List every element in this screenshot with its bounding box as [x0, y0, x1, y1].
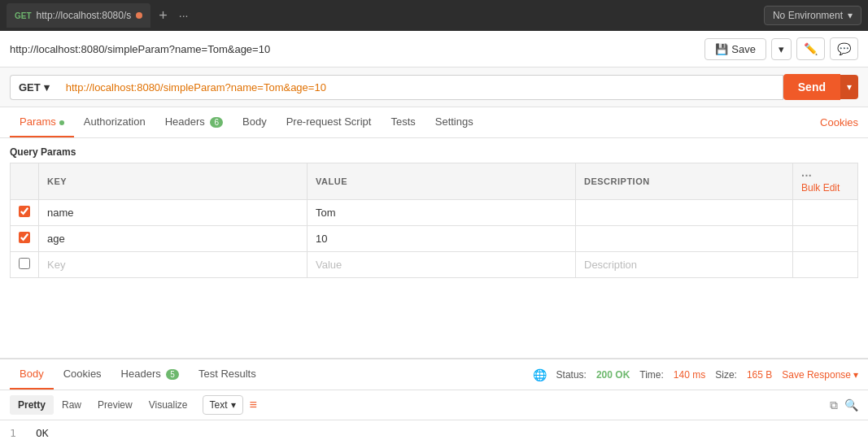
response-meta: 🌐 Status: 200 OK Time: 140 ms Size: 165 …	[533, 368, 858, 381]
comment-icon: 💬	[837, 42, 851, 55]
row1-checkbox-cell	[11, 200, 39, 226]
request-tab[interactable]: GET http://localhost:8080/s	[7, 3, 150, 28]
method-select[interactable]: GET ▾	[10, 75, 58, 100]
new-row-value-cell[interactable]: Value	[308, 252, 576, 278]
tab-params[interactable]: Params	[10, 107, 74, 137]
row2-key[interactable]: age	[39, 226, 308, 252]
row2-value[interactable]: 10	[308, 226, 576, 252]
fmt-tab-pretty[interactable]: Pretty	[10, 395, 54, 415]
fmt-tab-preview[interactable]: Preview	[89, 395, 141, 415]
new-row-checkbox-cell	[11, 252, 39, 278]
row2-actions	[793, 226, 858, 252]
address-actions: 💾 Save ▾ ✏️ 💬	[704, 37, 858, 60]
tab-headers[interactable]: Headers 6	[155, 107, 233, 137]
tab-authorization[interactable]: Authorization	[74, 107, 155, 137]
edit-icon-button[interactable]: ✏️	[796, 37, 825, 60]
save-icon: 💾	[715, 43, 728, 55]
row2-description[interactable]	[576, 226, 793, 252]
cookies-link[interactable]: Cookies	[820, 116, 858, 128]
save-button[interactable]: 💾 Save	[704, 38, 766, 60]
status-label: Status:	[556, 369, 587, 381]
response-tab-body[interactable]: Body	[10, 359, 54, 390]
more-dots-icon[interactable]: ···	[801, 169, 812, 182]
new-row-checkbox[interactable]	[19, 258, 30, 269]
type-value: Text	[210, 399, 228, 411]
tab-tests[interactable]: Tests	[381, 107, 425, 137]
fmt-tab-raw[interactable]: Raw	[54, 395, 89, 415]
tab-url-label: http://localhost:8080/s	[37, 10, 132, 21]
tab-body[interactable]: Body	[233, 107, 277, 137]
top-bar: GET http://localhost:8080/s + ··· No Env…	[0, 0, 868, 31]
code-output-area: 1 OK	[0, 420, 868, 444]
new-row: Key Value Description	[11, 252, 858, 278]
row2-checkbox-cell	[11, 226, 39, 252]
add-tab-button[interactable]: +	[155, 8, 171, 23]
tab-method-label: GET	[15, 11, 32, 20]
request-tabs-row: Params Authorization Headers 6 Body Pre-…	[0, 107, 868, 138]
response-tabs-row: Body Cookies Headers 5 Test Results 🌐 St…	[0, 359, 868, 390]
environment-selector[interactable]: No Environment ▾	[764, 6, 861, 25]
row1-checkbox[interactable]	[19, 206, 30, 217]
response-tab-cookies[interactable]: Cookies	[54, 359, 111, 390]
col-description: DESCRIPTION	[576, 163, 793, 200]
response-tab-testresults[interactable]: Test Results	[189, 359, 266, 390]
url-input[interactable]	[58, 75, 783, 100]
row1-actions	[793, 200, 858, 226]
status-value: 200 OK	[596, 369, 630, 381]
more-tabs-button[interactable]: ···	[176, 9, 192, 22]
table-row: age 10	[11, 226, 858, 252]
row2-checkbox[interactable]	[19, 232, 30, 243]
format-bar: Pretty Raw Preview Visualize Text ▾ ≡ ⧉ …	[0, 390, 868, 420]
type-chevron-icon: ▾	[231, 399, 236, 411]
response-headers-badge: 5	[166, 369, 179, 380]
row1-value[interactable]: Tom	[308, 200, 576, 226]
save-label: Save	[731, 43, 756, 55]
col-checkbox	[11, 163, 39, 200]
time-label: Time:	[639, 369, 664, 381]
save-response-label: Save Response	[782, 369, 851, 381]
save-dropdown-button[interactable]: ▾	[771, 38, 792, 60]
new-row-desc-cell[interactable]: Description	[576, 252, 793, 278]
wrap-icon[interactable]: ≡	[250, 398, 257, 412]
save-chevron-icon: ▾	[779, 43, 784, 55]
params-table: KEY VALUE DESCRIPTION ··· Bulk Edit name…	[10, 163, 858, 278]
type-select[interactable]: Text ▾	[203, 395, 243, 415]
method-value: GET	[19, 81, 41, 94]
new-value-placeholder: Value	[316, 259, 342, 271]
env-chevron-icon: ▾	[848, 10, 853, 21]
new-row-key-cell[interactable]: Key	[39, 252, 308, 278]
new-desc-placeholder: Description	[584, 259, 637, 271]
bulk-edit-button[interactable]: Bulk Edit	[801, 182, 840, 194]
size-label: Size:	[715, 369, 737, 381]
search-icon[interactable]: 🔍	[844, 398, 858, 411]
address-title: http://localhost:8080/simpleParam?name=T…	[10, 43, 270, 55]
comment-icon-button[interactable]: 💬	[830, 37, 858, 60]
save-response-chevron-icon: ▾	[853, 369, 858, 381]
query-params-title: Query Params	[10, 146, 858, 158]
method-chevron-icon: ▾	[44, 81, 50, 94]
save-response-button[interactable]: Save Response ▾	[782, 369, 858, 381]
response-area: Body Cookies Headers 5 Test Results 🌐 St…	[0, 358, 868, 444]
address-bar-area: http://localhost:8080/simpleParam?name=T…	[0, 31, 868, 67]
tab-dot	[136, 12, 142, 19]
environment-label: No Environment	[773, 10, 843, 21]
tab-settings[interactable]: Settings	[425, 107, 483, 137]
params-dot	[59, 120, 64, 125]
query-params-section: Query Params KEY VALUE DESCRIPTION ··· B…	[0, 138, 868, 278]
response-tab-headers[interactable]: Headers 5	[111, 359, 189, 390]
new-key-placeholder: Key	[47, 259, 65, 271]
send-dropdown-button[interactable]: ▾	[840, 75, 858, 99]
code-content: OK	[36, 427, 49, 439]
row1-key[interactable]: name	[39, 200, 308, 226]
row1-description[interactable]	[576, 200, 793, 226]
col-actions: ··· Bulk Edit	[793, 163, 858, 200]
headers-badge: 6	[210, 117, 223, 128]
time-value: 140 ms	[674, 369, 705, 381]
fmt-tab-visualize[interactable]: Visualize	[141, 395, 196, 415]
request-bar: GET ▾ Send ▾	[0, 67, 868, 107]
col-key: KEY	[39, 163, 308, 200]
send-button[interactable]: Send	[783, 74, 840, 100]
globe-icon: 🌐	[533, 368, 547, 381]
copy-icon[interactable]: ⧉	[830, 398, 838, 412]
tab-prerequest[interactable]: Pre-request Script	[277, 107, 382, 137]
